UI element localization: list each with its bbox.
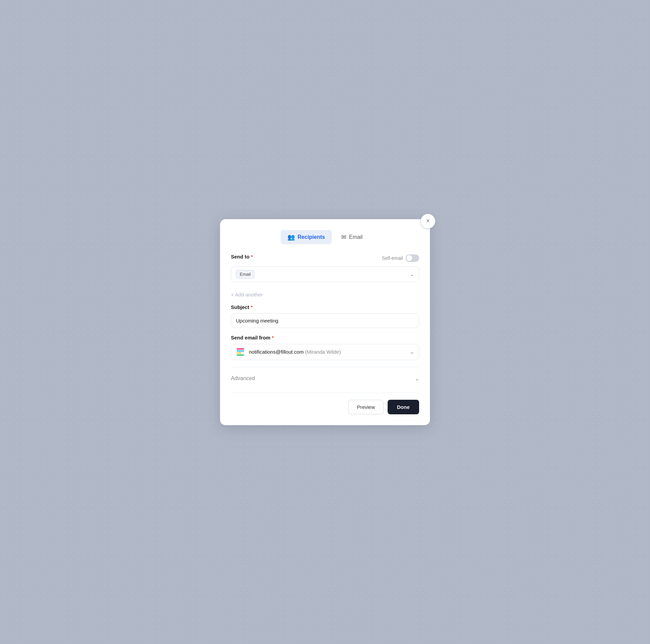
sender-email-text: notifications@fillout.com (Miranda Wilde… xyxy=(249,349,341,355)
send-to-dropdown[interactable]: Email ⌄ xyxy=(231,266,419,282)
fillout-logo-icon xyxy=(236,348,245,356)
preview-button[interactable]: Preview xyxy=(348,400,383,414)
send-from-label: Send email from * xyxy=(231,335,419,340)
tab-recipients[interactable]: 👥 Recipients xyxy=(281,230,332,244)
advanced-label: Advanced xyxy=(231,375,255,381)
self-email-toggle: Self-email xyxy=(382,254,419,262)
send-from-required: * xyxy=(272,335,274,340)
advanced-chevron-icon: ⌄ xyxy=(415,375,419,382)
close-button[interactable]: × xyxy=(420,214,435,229)
send-to-required: * xyxy=(251,254,253,259)
tab-email[interactable]: ✉ Email xyxy=(334,230,369,244)
dialog-modal: × 👥 Recipients ✉ Email Send to * Self-em… xyxy=(220,219,430,425)
divider-top xyxy=(231,367,419,367)
add-another-label: + Add another xyxy=(231,292,263,297)
subject-required: * xyxy=(251,304,253,310)
email-tag: Email xyxy=(236,270,255,278)
preview-button-label: Preview xyxy=(357,404,375,410)
tab-email-label: Email xyxy=(349,234,363,240)
done-button-label: Done xyxy=(397,404,410,410)
subject-input[interactable] xyxy=(231,313,419,328)
close-icon: × xyxy=(426,217,430,225)
advanced-toggle[interactable]: Advanced ⌄ xyxy=(231,374,419,383)
sender-name-text: (Miranda Wilde) xyxy=(305,349,341,355)
subject-section: Subject * xyxy=(231,304,419,328)
send-to-label: Send to * xyxy=(231,254,253,259)
self-email-label: Self-email xyxy=(382,255,403,261)
send-to-chevron-icon: ⌄ xyxy=(410,271,414,277)
tab-recipients-label: Recipients xyxy=(298,234,325,240)
done-button[interactable]: Done xyxy=(388,400,419,414)
email-icon: ✉ xyxy=(341,233,346,241)
recipients-icon: 👥 xyxy=(287,233,295,241)
send-from-dropdown[interactable]: notifications@fillout.com (Miranda Wilde… xyxy=(231,344,419,360)
subject-label: Subject * xyxy=(231,304,419,310)
send-to-section: Send to * Self-email Email ⌄ xyxy=(231,254,419,282)
send-from-section: Send email from * notifications@fillout.… xyxy=(231,335,419,360)
send-from-chevron-icon: ⌄ xyxy=(410,349,414,355)
self-email-switch[interactable] xyxy=(406,254,419,262)
modal-footer: Preview Done xyxy=(231,393,419,414)
tab-bar: 👥 Recipients ✉ Email xyxy=(231,230,419,244)
add-another-button[interactable]: + Add another xyxy=(231,289,263,300)
